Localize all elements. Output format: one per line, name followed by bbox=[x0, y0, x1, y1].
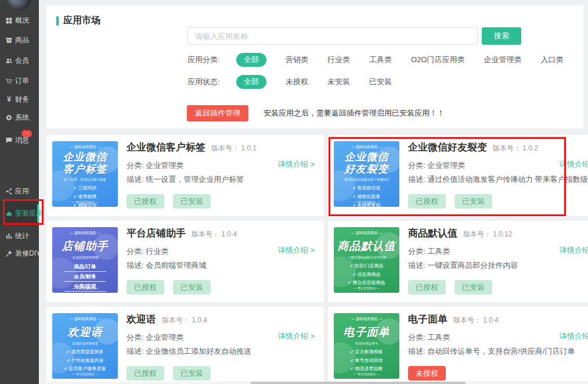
app-card: — 源码电商系统 — 企业微信 客户标签 统一设置，管理企业客户标签 ✔三端同步… bbox=[46, 135, 324, 216]
back-to-plugins-button[interactable]: 返回插件管理 bbox=[187, 105, 248, 121]
sidebar-item-message[interactable]: 消息 ⋯ bbox=[0, 134, 39, 146]
app-description: 描述: 统一设置，管理企业用户标签 bbox=[127, 174, 244, 185]
app-status-tag: 已安装 bbox=[173, 194, 211, 209]
status-option[interactable]: 已安装 bbox=[369, 77, 392, 87]
app-card: — 源码电商系统 — 商品默认值 一键设置商品部分挂件内容 ✔自营/门店商品✔供… bbox=[328, 221, 588, 302]
category-option[interactable]: 企业管理类 bbox=[484, 55, 521, 65]
app-tag-row: 已授权已安装 bbox=[408, 194, 501, 209]
detail-link[interactable]: 详情介绍 > bbox=[560, 159, 588, 170]
page-title: 应用市场 bbox=[56, 15, 100, 27]
app-category: 分类: 企业管理类 bbox=[127, 160, 183, 171]
app-status-tag: 已安装 bbox=[454, 280, 492, 295]
app-category: 分类: 企业管理类 bbox=[408, 160, 465, 171]
sidebar-item-apps[interactable]: 应用 bbox=[0, 185, 39, 197]
cover-subtitle-text: 统一设置，管理企业客户标签 bbox=[64, 177, 106, 182]
status-options: 全部未授权未安装已安装 bbox=[236, 75, 392, 89]
detail-link[interactable]: 详情介绍 > bbox=[560, 245, 588, 256]
app-category: 分类: 行业类 bbox=[127, 246, 168, 257]
horizontal-scrollbar-thumb[interactable] bbox=[251, 382, 466, 384]
cover-footer-text: — 专注智慧商业 — bbox=[342, 286, 391, 290]
app-version: 版本号： 1.0.1 bbox=[211, 143, 257, 153]
sidebar-item-stats[interactable]: 统计 bbox=[0, 230, 39, 242]
app-name: 平台店铺助手 bbox=[127, 227, 186, 240]
app-description: 描述: 自动回传运单号，支持自营/供应商/门店订单 bbox=[408, 346, 575, 357]
cover-subtitle-text: 一键设置商品部分挂件内容 bbox=[347, 255, 386, 260]
app-tag-row: 未授权 bbox=[408, 366, 454, 381]
sidebar-item-members[interactable]: 会员 bbox=[0, 55, 39, 66]
app-tag-row: 已授权已安装 bbox=[127, 280, 219, 295]
sidebar-item-install-app[interactable]: 安装应用 bbox=[0, 201, 39, 225]
message-icon bbox=[5, 137, 13, 144]
app-title-row: 企业微信好友裂变 版本号： 1.0.2 bbox=[408, 141, 538, 154]
app-title-row: 企业微信客户标签 版本号： 1.0.1 bbox=[127, 141, 257, 154]
detail-link[interactable]: 详情介绍 > bbox=[560, 331, 588, 342]
status-option[interactable]: 未授权 bbox=[286, 77, 308, 87]
detail-link[interactable]: 详情介绍 > bbox=[278, 331, 315, 342]
cover-title-text: 企业微信 客户标签 bbox=[63, 151, 107, 175]
page-title-text: 应用市场 bbox=[63, 15, 100, 27]
notice-row: 返回插件管理 安装应用之后，需要返回插件管理启用已安装应用！！ bbox=[187, 105, 445, 121]
status-option[interactable]: 全部 bbox=[236, 75, 266, 89]
app-status-tag: 已授权 bbox=[127, 366, 164, 381]
finance-icon: ¥ bbox=[5, 96, 13, 103]
app-title-row: 平台店铺助手 版本号： 1.0.4 bbox=[127, 227, 237, 240]
detail-link[interactable]: 详情介绍 > bbox=[278, 159, 315, 170]
cover-ribbon-text: — 源码电商系统 — bbox=[351, 317, 383, 322]
app-cover-image: — 源码电商系统 — 欢迎语 添加好友自动推送 ✔成员类型选择多✔个性化推送内容… bbox=[52, 313, 118, 379]
search-input[interactable] bbox=[187, 27, 478, 45]
app-status-tag: 已安装 bbox=[173, 366, 211, 381]
sidebar-item-overview[interactable]: 概况 bbox=[0, 15, 39, 26]
category-filter-row: 应用分类: 全部营销类行业类工具类O2O门店应用类企业管理类入口类 bbox=[187, 53, 563, 67]
category-option[interactable]: 营销类 bbox=[286, 55, 308, 65]
sidebar-item-goods[interactable]: 商品 bbox=[0, 34, 39, 46]
search-button[interactable]: 搜索 bbox=[482, 27, 521, 45]
sidebar: 概况 商品 会员 订单 ¥ 财务 系统 消息 ⋯ 应用 安装应用 统计 装修DI… bbox=[0, 0, 39, 384]
app-cover-image: — 源码电商系统 — 企业微信 客户标签 统一设置，管理企业客户标签 ✔三端同步… bbox=[52, 141, 118, 207]
app-category: 分类: 工具类 bbox=[408, 332, 450, 343]
sidebar-item-finance[interactable]: ¥ 财务 bbox=[0, 94, 39, 105]
app-card: — 源码电商系统 — 店铺助手 会员前端管理商城 商品/订单会员/财务分类/提现… bbox=[46, 221, 324, 302]
orders-icon bbox=[5, 77, 13, 85]
apps-icon bbox=[5, 188, 13, 195]
status-option[interactable]: 未安装 bbox=[327, 77, 350, 87]
app-tag-row: 已授权已安装 bbox=[127, 194, 219, 209]
app-cover-image: — 源码电商系统 — 店铺助手 会员前端管理商城 商品/订单会员/财务分类/提现… bbox=[52, 227, 118, 293]
category-option[interactable]: 全部 bbox=[236, 53, 266, 67]
cover-footer-text: — 专注智慧商业 — bbox=[342, 372, 391, 376]
cover-title-text: 企业微信 好友裂变 bbox=[345, 151, 389, 175]
diy-icon bbox=[5, 250, 13, 257]
sidebar-item-system[interactable]: 系统 bbox=[0, 112, 39, 123]
cover-footer-text: — 专注智慧商业 — bbox=[60, 286, 110, 290]
cover-subtitle-text: 添加好友自动推送 bbox=[72, 341, 98, 346]
status-filter-label: 应用状态: bbox=[187, 77, 236, 87]
cover-footer-text: — 专注智慧商业 — bbox=[60, 200, 110, 204]
cover-feature-bullets: ✔自营/门店商品✔供应商商品✔聚合供应链商品 bbox=[348, 262, 385, 288]
app-status-tag: 已授权 bbox=[127, 194, 164, 209]
app-cover-image: — 源码电商系统 — 企业微信 好友裂变 通过价值活动激发客户传播动力 ✔裂变路… bbox=[334, 141, 399, 207]
detail-link[interactable]: 详情介绍 > bbox=[278, 245, 315, 256]
cover-ribbon-text: — 源码电商系统 — bbox=[351, 145, 383, 150]
app-description: 描述: 企业微信员工添加好友自动推送 bbox=[127, 346, 251, 357]
app-tag-row: 已授权已安装 bbox=[408, 280, 501, 295]
category-option[interactable]: 工具类 bbox=[369, 55, 392, 65]
app-cover-image: — 源码电商系统 — 商品默认值 一键设置商品部分挂件内容 ✔自营/门店商品✔供… bbox=[334, 227, 399, 293]
category-option[interactable]: O2O门店应用类 bbox=[411, 55, 464, 65]
app-version: 版本号： 1.0.2 bbox=[493, 143, 538, 153]
app-card: — 源码电商系统 — 企业微信 好友裂变 通过价值活动激发客户传播动力 ✔裂变路… bbox=[328, 135, 588, 216]
app-description: 描述: 会员前端管理商城 bbox=[127, 260, 206, 271]
sidebar-item-diy[interactable]: 装修DIY bbox=[0, 247, 39, 259]
app-status-tag: 已授权 bbox=[408, 194, 446, 209]
cover-ribbon-text: — 源码电商系统 — bbox=[70, 231, 101, 236]
app-card: — 源码电商系统 — 欢迎语 添加好友自动推送 ✔成员类型选择多✔个性化推送内容… bbox=[46, 307, 324, 384]
app-tag-row: 已授权已安装 bbox=[127, 366, 219, 381]
cover-title-text: 电子面单 bbox=[344, 326, 390, 339]
category-option[interactable]: 入口类 bbox=[540, 55, 563, 65]
stats-icon bbox=[5, 232, 13, 240]
user-avatar[interactable] bbox=[6, 0, 31, 10]
app-status-tag: 已授权 bbox=[408, 280, 446, 295]
category-option[interactable]: 行业类 bbox=[327, 55, 350, 65]
sidebar-item-orders[interactable]: 订单 bbox=[0, 75, 39, 87]
app-version: 版本号： 1.0.4 bbox=[162, 315, 207, 325]
system-icon bbox=[5, 114, 13, 121]
overview-icon bbox=[5, 17, 13, 24]
